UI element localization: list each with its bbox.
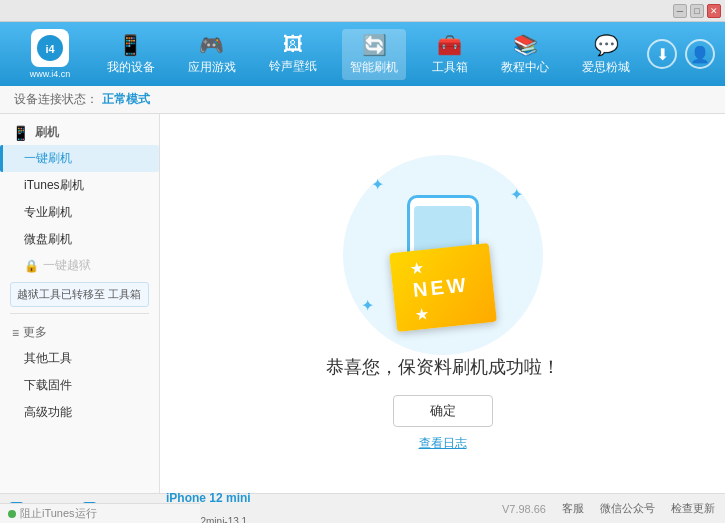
sidebar-divider <box>10 313 149 314</box>
flash-section-icon: 📱 <box>12 125 29 141</box>
nav-items: 📱 我的设备 🎮 应用游戏 🖼 铃声壁纸 🔄 智能刷机 🧰 工具箱 📚 教程中心… <box>90 29 647 80</box>
account-button[interactable]: 👤 <box>685 39 715 69</box>
sidebar-item-download-firmware[interactable]: 下载固件 <box>0 372 159 399</box>
svg-text:i4: i4 <box>45 43 55 55</box>
sidebar-item-advanced[interactable]: 高级功能 <box>0 399 159 426</box>
apps-games-icon: 🎮 <box>199 33 224 57</box>
sidebar-item-micro-flash[interactable]: 微盘刷机 <box>0 226 159 253</box>
nav-actions: ⬇ 👤 <box>647 39 715 69</box>
itunes-status-bar: 阻止iTunes运行 <box>0 503 200 523</box>
sidebar-item-jailbreak-disabled: 🔒 一键越狱 <box>0 253 159 278</box>
smart-flash-icon: 🔄 <box>362 33 387 57</box>
my-device-icon: 📱 <box>118 33 143 57</box>
itunes-status-dot <box>8 510 16 518</box>
tutorial-icon: 📚 <box>513 33 538 57</box>
phone-circle: ✦ ✦ ✦ NEW <box>343 155 543 355</box>
status-bar: 设备连接状态： 正常模式 <box>0 86 725 114</box>
sidebar-section-flash: 📱 刷机 <box>0 120 159 145</box>
ringtone-wallpaper-icon: 🖼 <box>283 33 303 56</box>
lock-icon: 🔒 <box>24 259 39 273</box>
sparkle-bottom-left: ✦ <box>361 296 374 315</box>
nav-smart-flash[interactable]: 🔄 智能刷机 <box>342 29 406 80</box>
close-button[interactable]: ✕ <box>707 4 721 18</box>
aisifan-icon: 💬 <box>594 33 619 57</box>
main-content: ✦ ✦ ✦ NEW 恭喜您，保资料刷机成功啦！ 确定 查看日志 <box>160 114 725 493</box>
sidebar-item-itunes-flash[interactable]: iTunes刷机 <box>0 172 159 199</box>
nav-aisifan[interactable]: 💬 爱思粉城 <box>574 29 638 80</box>
download-button[interactable]: ⬇ <box>647 39 677 69</box>
main-layout: 📱 刷机 一键刷机 iTunes刷机 专业刷机 微盘刷机 🔒 一键越狱 越狱工具… <box>0 114 725 493</box>
update-link[interactable]: 检查更新 <box>671 501 715 516</box>
logo-icon: i4 <box>31 29 69 67</box>
wechat-link[interactable]: 微信公众号 <box>600 501 655 516</box>
nav-toolbox[interactable]: 🧰 工具箱 <box>424 29 476 80</box>
more-icon: ≡ <box>12 326 19 340</box>
nav-bar: i4 www.i4.cn 📱 我的设备 🎮 应用游戏 🖼 铃声壁纸 🔄 智能刷机… <box>0 22 725 86</box>
confirm-button[interactable]: 确定 <box>393 395 493 427</box>
title-bar: ─ □ ✕ <box>0 0 725 22</box>
app-logo: i4 www.i4.cn <box>10 29 90 79</box>
nav-apps-games[interactable]: 🎮 应用游戏 <box>180 29 244 80</box>
sidebar-item-other-tools[interactable]: 其他工具 <box>0 345 159 372</box>
sidebar: 📱 刷机 一键刷机 iTunes刷机 专业刷机 微盘刷机 🔒 一键越狱 越狱工具… <box>0 114 160 493</box>
sidebar-item-pro-flash[interactable]: 专业刷机 <box>0 199 159 226</box>
service-link[interactable]: 客服 <box>562 501 584 516</box>
success-message: 恭喜您，保资料刷机成功啦！ <box>326 355 560 379</box>
sidebar-jailbreak-note: 越狱工具已转移至 工具箱 <box>10 282 149 307</box>
maximize-button[interactable]: □ <box>690 4 704 18</box>
new-badge: NEW <box>389 243 497 332</box>
nav-ringtone-wallpaper[interactable]: 🖼 铃声壁纸 <box>261 29 325 79</box>
sparkle-top-right: ✦ <box>510 185 523 204</box>
success-illustration: ✦ ✦ ✦ NEW <box>343 155 543 355</box>
nav-my-device[interactable]: 📱 我的设备 <box>99 29 163 80</box>
minimize-button[interactable]: ─ <box>673 4 687 18</box>
sidebar-section-more: ≡ 更多 <box>0 320 159 345</box>
sparkle-top-left: ✦ <box>371 175 384 194</box>
view-log-link[interactable]: 查看日志 <box>419 435 467 452</box>
bottom-right: V7.98.66 客服 微信公众号 检查更新 <box>502 501 715 516</box>
sidebar-item-onekey-flash[interactable]: 一键刷机 <box>0 145 159 172</box>
toolbox-icon: 🧰 <box>437 33 462 57</box>
nav-tutorial[interactable]: 📚 教程中心 <box>493 29 557 80</box>
